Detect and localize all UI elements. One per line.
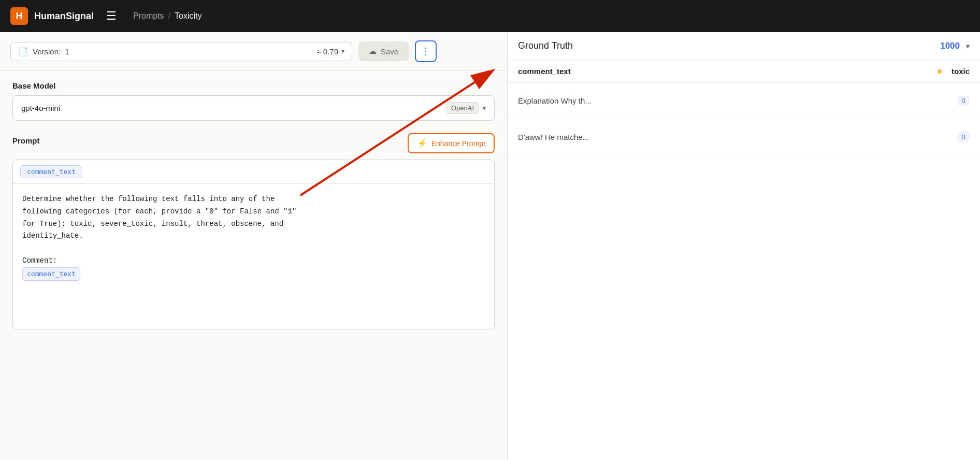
logo-text: HumanSignal: [34, 11, 94, 22]
document-icon: 📄: [18, 47, 28, 56]
main-layout: 📄 Version: 1 ≈ 0.79 ▾ ☁ Save ⋮ Base Mode…: [0, 32, 980, 460]
column-comment-text: comment_text: [518, 67, 928, 76]
prompt-text-area[interactable]: Determine whether the following text fal…: [13, 184, 494, 329]
prompt-line-1: Determine whether the following text fal…: [22, 195, 275, 203]
prompt-inline-tag[interactable]: comment_text: [22, 267, 80, 281]
table-row[interactable]: D'aww! He matche... 0: [508, 119, 980, 155]
prompt-line-3: for True): toxic, severe_toxic, insult, …: [22, 220, 283, 228]
model-badge-area: OpenAI ▾: [446, 102, 486, 114]
row-badge: 0: [957, 96, 970, 106]
prompt-line-2: following categories (for each, provide …: [22, 207, 296, 215]
enhance-label: Enhance Prompt: [431, 139, 485, 148]
openai-badge: OpenAI: [446, 102, 479, 114]
top-navigation: H HumanSignal ☰ Prompts / Toxicity: [0, 0, 980, 32]
enhance-prompt-button[interactable]: ⚡ Enhance Prompt: [408, 133, 495, 153]
logo-icon: H: [10, 7, 28, 25]
model-select-row[interactable]: gpt-4o-mini OpenAI ▾: [12, 95, 495, 121]
logo-area: H HumanSignal: [10, 7, 94, 25]
right-panel: Ground Truth 1000 ▾ comment_text ★ toxic…: [508, 32, 980, 460]
prompt-tag-pill[interactable]: comment_text: [20, 165, 82, 178]
row-comment-text: Explanation Why th...: [518, 96, 957, 105]
save-label: Save: [381, 47, 398, 56]
row-comment-text: D'aww! He matche...: [518, 133, 957, 141]
breadcrumb-toxicity: Toxicity: [175, 11, 201, 21]
breadcrumb: Prompts / Toxicity: [133, 11, 201, 21]
right-panel-header: Ground Truth 1000 ▾: [508, 32, 980, 60]
base-model-label: Base Model: [12, 81, 495, 90]
row-badge: 0: [957, 132, 970, 142]
prompt-section-label: Prompt: [12, 136, 40, 145]
star-icon: ★: [936, 66, 943, 76]
more-dots-icon: ⋮: [421, 46, 430, 57]
ground-truth-chevron[interactable]: ▾: [966, 42, 970, 50]
version-score: ≈ 0.79 ▾: [316, 47, 344, 56]
model-name: gpt-4o-mini: [21, 104, 60, 112]
table-row[interactable]: Explanation Why th... 0: [508, 83, 980, 119]
version-label: Version:: [33, 47, 61, 56]
breadcrumb-prompts[interactable]: Prompts: [133, 11, 164, 21]
prompt-header-row: Prompt ⚡ Enhance Prompt: [12, 133, 495, 153]
prompt-line-4: identity_hate.: [22, 232, 83, 240]
more-options-button[interactable]: ⋮: [415, 40, 437, 62]
toolbar-row: 📄 Version: 1 ≈ 0.79 ▾ ☁ Save ⋮: [0, 32, 507, 71]
column-toxic: toxic: [952, 67, 970, 76]
prompt-box: comment_text Determine whether the follo…: [12, 160, 495, 329]
model-chevron[interactable]: ▾: [483, 105, 486, 112]
breadcrumb-separator: /: [168, 11, 170, 21]
left-panel: 📄 Version: 1 ≈ 0.79 ▾ ☁ Save ⋮ Base Mode…: [0, 32, 508, 460]
prompt-line-6: Comment:: [22, 256, 57, 265]
score-value: ≈ 0.79: [316, 47, 338, 56]
save-button[interactable]: ☁ Save: [358, 41, 409, 61]
version-box: 📄 Version: 1 ≈ 0.79 ▾: [10, 42, 352, 61]
score-chevron[interactable]: ▾: [341, 48, 344, 55]
prompt-tags-row: comment_text: [13, 160, 494, 184]
ground-truth-label: Ground Truth: [518, 40, 934, 51]
right-rows-list: Explanation Why th... 0 D'aww! He matche…: [508, 83, 980, 460]
right-columns-header: comment_text ★ toxic: [508, 60, 980, 83]
ground-truth-count: 1000: [940, 41, 960, 51]
hamburger-icon[interactable]: ☰: [106, 9, 117, 23]
enhance-icon: ⚡: [417, 138, 427, 148]
cloud-icon: ☁: [369, 47, 377, 56]
content-area: Base Model gpt-4o-mini OpenAI ▾ Prompt ⚡…: [0, 71, 507, 460]
version-number: 1: [65, 47, 69, 56]
